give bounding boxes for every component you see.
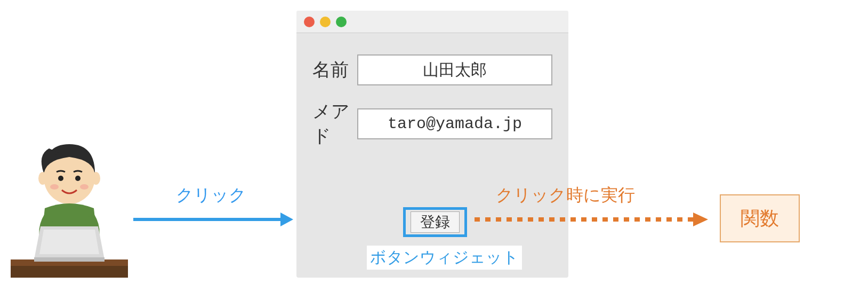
email-label: メアド (312, 99, 357, 148)
app-window: 名前 メアド 登録 ボタンウィジェット (296, 11, 568, 278)
dotted-arrow-icon (475, 211, 708, 227)
close-icon[interactable] (304, 17, 315, 27)
svg-marker-13 (280, 213, 293, 226)
email-input[interactable] (357, 108, 552, 139)
maximize-icon[interactable] (336, 17, 347, 27)
user-at-laptop-icon (11, 139, 128, 278)
name-input[interactable] (357, 54, 552, 85)
svg-point-3 (38, 172, 47, 185)
svg-rect-11 (34, 257, 105, 262)
email-row: メアド (312, 99, 552, 148)
click-label: クリック (176, 184, 246, 207)
svg-rect-1 (11, 266, 128, 278)
svg-point-5 (58, 176, 63, 181)
window-titlebar (296, 11, 568, 33)
minimize-icon[interactable] (320, 17, 331, 27)
name-row: 名前 (312, 54, 552, 85)
svg-point-4 (92, 172, 100, 185)
window-body: 名前 メアド (296, 33, 568, 148)
function-box: 関数 (720, 194, 800, 242)
function-label: 関数 (741, 206, 779, 232)
svg-point-8 (80, 184, 89, 190)
svg-point-6 (75, 176, 81, 181)
register-button[interactable]: 登録 (411, 211, 460, 233)
execute-on-click-label: クリック時に実行 (496, 184, 635, 207)
button-widget-label: ボタンウィジェット (367, 246, 522, 270)
register-button-highlight: 登録 (403, 207, 467, 237)
click-arrow-icon (133, 211, 293, 227)
svg-marker-15 (693, 213, 708, 226)
svg-point-7 (50, 184, 59, 190)
name-label: 名前 (312, 58, 357, 82)
